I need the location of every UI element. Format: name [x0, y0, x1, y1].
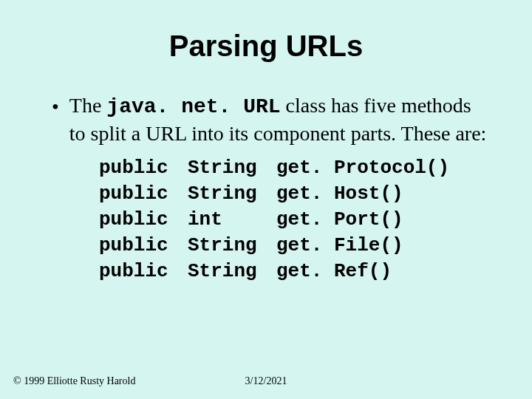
- bullet-dot-icon: •: [52, 92, 59, 120]
- method-name: get. Port(): [276, 207, 403, 233]
- method-modifier: public: [99, 259, 188, 284]
- method-name: get. File(): [276, 233, 403, 259]
- slide: Parsing URLs • The java. net. URL class …: [0, 0, 532, 399]
- bullet-text: The java. net. URL class has five method…: [69, 92, 488, 148]
- method-row: public String get. Host(): [99, 181, 488, 207]
- slide-title: Parsing URLs: [0, 0, 532, 78]
- method-list: public String get. Protocol() public Str…: [99, 155, 488, 284]
- method-name: get. Host(): [276, 181, 403, 207]
- bullet-text-pre: The: [69, 94, 107, 117]
- method-type: String: [188, 181, 276, 207]
- method-modifier: public: [99, 233, 188, 259]
- footer-date: 3/12/2021: [245, 375, 287, 387]
- method-name: get. Ref(): [276, 259, 392, 284]
- method-modifier: public: [99, 181, 188, 207]
- footer-copyright: © 1999 Elliotte Rusty Harold: [13, 375, 135, 387]
- method-type: int: [188, 207, 276, 233]
- method-type: String: [188, 155, 276, 181]
- bullet-item: • The java. net. URL class has five meth…: [52, 92, 488, 148]
- method-type: String: [188, 259, 276, 284]
- method-modifier: public: [99, 155, 188, 181]
- method-row: public String get. Protocol(): [99, 155, 488, 181]
- method-name: get. Protocol(): [276, 155, 449, 181]
- slide-body: • The java. net. URL class has five meth…: [0, 78, 532, 284]
- method-modifier: public: [99, 207, 188, 233]
- method-row: public String get. Ref(): [99, 259, 488, 284]
- slide-footer: © 1999 Elliotte Rusty Harold 3/12/2021: [13, 375, 519, 387]
- method-row: public int get. Port(): [99, 207, 488, 233]
- inline-code: java. net. URL: [106, 95, 280, 118]
- method-type: String: [188, 233, 276, 259]
- method-row: public String get. File(): [99, 233, 488, 259]
